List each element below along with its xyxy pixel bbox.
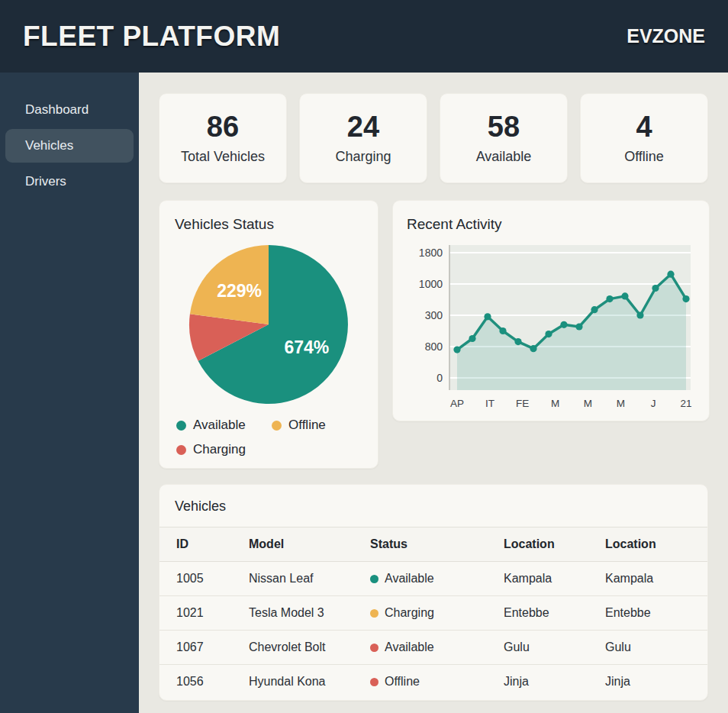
stat-card-charging: 24Charging: [299, 93, 427, 183]
data-point: [560, 321, 567, 328]
pie-slice-label: 229%: [217, 281, 262, 301]
line-chart-title: Recent Activity: [407, 216, 695, 233]
cell-model: Chevrolet Bolt: [246, 631, 367, 664]
cell-location-2: Entebbe: [602, 596, 707, 630]
legend-item-available: Available: [176, 418, 266, 433]
sidebar-item-dashboard[interactable]: Dashboard: [5, 93, 134, 127]
status-text: Offline: [385, 675, 420, 689]
data-point: [682, 295, 689, 302]
stat-value: 58: [488, 112, 520, 141]
sidebar: DashboardVehiclesDrivers: [0, 73, 139, 713]
data-point: [484, 313, 491, 320]
legend-dot-icon: [176, 445, 186, 455]
stat-card-offline: 4Offline: [580, 93, 708, 183]
cell-location-2: Jinja: [602, 665, 707, 698]
column-header-id: ID: [173, 527, 246, 561]
pie-legend: AvailableOfflineCharging: [175, 418, 362, 457]
data-point: [591, 306, 598, 313]
sidebar-item-drivers[interactable]: Drivers: [5, 165, 134, 198]
cell-id: 1056: [173, 665, 246, 698]
vehicles-table-card: Vehicles IDModelStatusLocationLocation 1…: [159, 484, 708, 701]
stat-label: Available: [476, 149, 532, 165]
status-text: Available: [385, 572, 434, 586]
stats-row: 86Total Vehicles24Charging58Available4Of…: [159, 93, 708, 183]
cell-status: Available: [367, 562, 501, 595]
table-row[interactable]: 1056Hyundal KonaOfflineJinjaJinja: [159, 665, 707, 698]
cell-id: 1005: [173, 562, 246, 595]
stat-label: Total Vehicles: [181, 149, 265, 165]
page-title: FLEET PLATFORM: [23, 21, 280, 53]
y-tick-label: 1800: [419, 247, 443, 259]
legend-label: Offline: [288, 418, 326, 433]
column-header-location: Location: [501, 527, 602, 561]
data-point: [545, 331, 552, 337]
status-dot-icon: [370, 678, 378, 686]
data-point: [469, 335, 475, 342]
vehicles-status-card: Vehicles Status 674%229% AvailableOfflin…: [159, 200, 378, 469]
pie-chart-title: Vehicles Status: [175, 216, 362, 233]
y-tick-label: 300: [425, 309, 443, 321]
x-tick-label: M: [551, 398, 559, 409]
status-dot-icon: [370, 609, 378, 618]
cell-id: 1067: [173, 631, 246, 664]
main-content: 86Total Vehicles24Charging58Available4Of…: [139, 73, 728, 713]
stat-card-total-vehicles: 86Total Vehicles: [159, 93, 287, 183]
line-chart-wrap: 180010003008000APITFEMMMJ21: [407, 240, 695, 413]
data-point: [453, 347, 460, 353]
charts-row: Vehicles Status 674%229% AvailableOfflin…: [159, 200, 708, 469]
data-point: [514, 338, 521, 345]
y-tick-label: 800: [425, 340, 443, 353]
y-tick-label: 1000: [419, 278, 443, 290]
stat-value: 4: [636, 112, 652, 141]
legend-item-offline: Offline: [272, 418, 361, 433]
cell-location: Entebbe: [501, 596, 602, 630]
cell-status: Available: [367, 631, 501, 664]
cell-location: Jinja: [501, 665, 602, 698]
body-row: DashboardVehiclesDrivers 86Total Vehicle…: [0, 73, 728, 713]
stat-label: Charging: [335, 149, 391, 165]
legend-label: Available: [193, 418, 246, 433]
status-dot-icon: [370, 644, 378, 652]
data-point: [652, 285, 659, 292]
legend-dot-icon: [176, 421, 186, 431]
cell-location: Kampala: [501, 562, 602, 595]
cell-location-2: Kampala: [602, 562, 707, 595]
x-tick-label: FE: [516, 398, 529, 409]
table-row[interactable]: 1021Tesla Model 3ChargingEntebbeEntebbe: [159, 596, 707, 631]
data-point: [606, 295, 613, 302]
legend-item-charging: Charging: [176, 442, 266, 457]
cell-model: Hyundal Kona: [246, 665, 367, 698]
stat-value: 86: [207, 112, 239, 141]
legend-dot-icon: [272, 421, 282, 431]
cell-status: Charging: [367, 596, 501, 630]
x-tick-label: M: [584, 398, 592, 409]
x-tick-label: 21: [680, 398, 691, 409]
x-tick-label: J: [651, 398, 656, 409]
app-header: FLEET PLATFORM EVZONE: [0, 0, 728, 73]
sidebar-item-vehicles[interactable]: Vehicles: [5, 129, 134, 163]
column-header-status: Status: [367, 527, 501, 561]
stat-label: Offline: [624, 149, 664, 165]
table-row[interactable]: 1067Chevrolet BoltAvailableGuluGulu: [159, 631, 707, 665]
status-text: Charging: [385, 606, 434, 620]
app-window: FLEET PLATFORM EVZONE DashboardVehiclesD…: [0, 0, 728, 713]
x-tick-label: IT: [485, 398, 494, 409]
data-point: [636, 311, 643, 318]
cell-location: Gulu: [501, 631, 602, 664]
recent-activity-area-chart: 180010003008000APITFEMMMJ21: [407, 240, 695, 410]
recent-activity-card: Recent Activity 180010003008000APITFEMMM…: [392, 200, 710, 421]
data-point: [575, 323, 582, 330]
cell-id: 1021: [173, 596, 246, 630]
data-point: [621, 292, 628, 299]
data-point: [499, 327, 506, 334]
stat-value: 24: [347, 112, 379, 141]
x-tick-label: AP: [450, 398, 464, 409]
y-tick-label: 0: [436, 372, 443, 384]
table-row[interactable]: 1005Nissan LeafAvailableKampalaKampala: [159, 562, 707, 596]
cell-model: Tesla Model 3: [246, 596, 367, 630]
pie-slice-label: 674%: [284, 337, 329, 357]
data-point: [530, 345, 536, 352]
pie-chart-wrap: 674%229%: [175, 244, 362, 405]
cell-model: Nissan Leaf: [246, 562, 367, 595]
cell-location-2: Gulu: [602, 631, 707, 664]
